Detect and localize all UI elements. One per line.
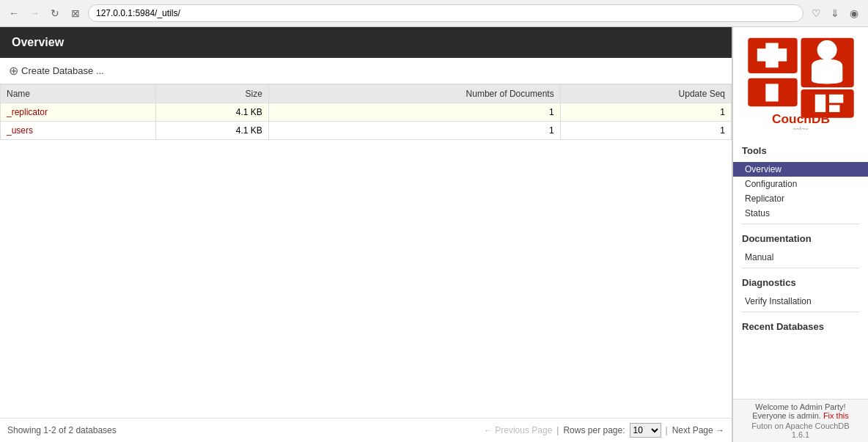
db-docs-cell: 1 — [268, 122, 560, 140]
sidebar-item-overview[interactable]: Overview — [733, 162, 868, 177]
col-name: Name — [1, 85, 156, 103]
page-info: Showing 1-2 of 2 databases — [7, 425, 478, 435]
svg-rect-7 — [765, 84, 778, 101]
svg-rect-5 — [757, 48, 786, 61]
back-button[interactable]: ← — [6, 5, 22, 21]
divider-3 — [742, 312, 859, 312]
svg-rect-11 — [829, 105, 839, 112]
svg-point-2 — [817, 40, 836, 60]
db-name-link[interactable]: _replicator — [7, 107, 48, 117]
toolbar: ⊕ Create Database ... — [0, 58, 732, 84]
browser-nav: ← → ↻ ⊠ ♡ ⇓ ◉ — [0, 0, 868, 26]
db-name-cell: _replicator — [1, 103, 156, 122]
documentation-title: Documentation — [742, 233, 859, 244]
tools-title: Tools — [742, 145, 859, 156]
db-name-link[interactable]: _users — [7, 125, 33, 136]
sidebar-item-status[interactable]: Status — [733, 206, 868, 221]
documentation-section: Documentation — [733, 227, 868, 250]
databases-table: Name Size Number of Documents Update Seq… — [0, 84, 732, 140]
app-container: Overview ⊕ Create Database ... Name Size… — [0, 27, 868, 442]
rows-per-page-select[interactable]: 10 20 30 50 100 — [630, 423, 661, 438]
sidebar-item-replicator[interactable]: Replicator — [733, 191, 868, 206]
right-panel: CouchDB relax Tools Overview Configurati… — [732, 27, 868, 442]
diagnostics-title: Diagnostics — [742, 277, 859, 288]
pagination-controls: ← Previous Page | Rows per page: 10 20 3… — [484, 423, 724, 438]
sidebar-item-verify-installation[interactable]: Verify Installation — [733, 294, 868, 309]
sidebar-item-configuration[interactable]: Configuration — [733, 177, 868, 191]
db-seq-cell: 1 — [560, 103, 731, 122]
futon-info: Futon on Apache CouchDB 1.6.1 — [742, 421, 859, 439]
address-bar[interactable] — [88, 4, 803, 22]
fix-link[interactable]: Fix this — [823, 411, 849, 420]
rows-per-page-label: Rows per page: — [563, 425, 625, 435]
tools-section: Tools — [733, 139, 868, 162]
prev-page-link[interactable]: ← Previous Page — [484, 425, 552, 435]
pagination-bar: Showing 1-2 of 2 databases ← Previous Pa… — [0, 418, 732, 442]
diagnostics-section: Diagnostics — [733, 271, 868, 294]
page-title: Overview — [12, 36, 64, 48]
browser-icons: ♡ ⇓ ◉ — [808, 5, 862, 21]
svg-rect-9 — [814, 95, 825, 112]
profile-icon[interactable]: ◉ — [846, 5, 862, 21]
download-icon[interactable]: ⇓ — [827, 5, 843, 21]
db-seq-cell: 1 — [560, 122, 731, 140]
left-panel: Overview ⊕ Create Database ... Name Size… — [0, 27, 732, 442]
db-size-cell: 4.1 KB — [155, 122, 268, 140]
db-name-cell: _users — [1, 122, 156, 140]
db-size-cell: 4.1 KB — [155, 103, 268, 122]
divider-2 — [742, 268, 859, 268]
create-database-button[interactable]: ⊕ Create Database ... — [9, 64, 104, 78]
page-header: Overview — [0, 27, 732, 58]
divider-1 — [742, 224, 859, 224]
create-db-label: Create Database ... — [21, 65, 104, 76]
browser-chrome: ← → ↻ ⊠ ♡ ⇓ ◉ — [0, 0, 868, 27]
col-size: Size — [155, 85, 268, 103]
col-seq: Update Seq — [560, 85, 731, 103]
separator2: | — [666, 425, 668, 435]
status-bar: Welcome to Admin Party! Everyone is admi… — [733, 399, 868, 442]
grid-button[interactable]: ⊠ — [67, 5, 84, 21]
welcome-text: Welcome to Admin Party! Everyone is admi… — [742, 402, 859, 420]
table-row: _replicator 4.1 KB 1 1 — [1, 103, 732, 122]
svg-rect-10 — [829, 95, 843, 103]
col-docs: Number of Documents — [268, 85, 560, 103]
forward-button[interactable]: → — [26, 5, 43, 21]
right-panel-content: Tools Overview Configuration Replicator … — [733, 139, 868, 399]
sidebar-item-manual[interactable]: Manual — [733, 250, 868, 265]
svg-text:CouchDB: CouchDB — [772, 111, 830, 126]
table-row: _users 4.1 KB 1 1 — [1, 122, 732, 140]
couchdb-logo-svg: CouchDB relax — [744, 34, 858, 130]
recent-databases-title: Recent Databases — [742, 321, 859, 332]
plus-icon: ⊕ — [9, 64, 18, 78]
next-page-link[interactable]: Next Page → — [672, 425, 724, 435]
table-container: Name Size Number of Documents Update Seq… — [0, 84, 732, 418]
db-docs-cell: 1 — [268, 103, 560, 122]
svg-text:relax: relax — [793, 125, 809, 130]
bookmark-icon[interactable]: ♡ — [808, 5, 824, 21]
couchdb-logo: CouchDB relax — [733, 27, 868, 139]
separator: | — [556, 425, 559, 435]
reload-button[interactable]: ↻ — [47, 5, 63, 21]
recent-databases-section: Recent Databases — [733, 315, 868, 338]
